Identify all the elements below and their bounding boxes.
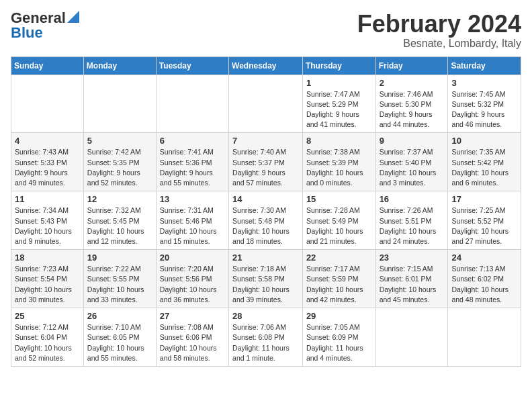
calendar-week-row: 4Sunrise: 7:43 AM Sunset: 5:33 PM Daylig…: [11, 133, 521, 191]
calendar-cell: 25Sunrise: 7:12 AM Sunset: 6:04 PM Dayli…: [11, 308, 84, 367]
calendar-table: SundayMondayTuesdayWednesdayThursdayFrid…: [11, 56, 521, 367]
day-header-thursday: Thursday: [302, 56, 375, 75]
day-info: Sunrise: 7:31 AM Sunset: 5:46 PM Dayligh…: [160, 205, 225, 246]
day-info: Sunrise: 7:43 AM Sunset: 5:33 PM Dayligh…: [15, 147, 80, 188]
day-info: Sunrise: 7:32 AM Sunset: 5:45 PM Dayligh…: [87, 205, 152, 246]
day-number: 27: [160, 311, 225, 321]
calendar-cell: [448, 308, 521, 367]
day-number: 17: [451, 194, 517, 204]
day-info: Sunrise: 7:10 AM Sunset: 6:05 PM Dayligh…: [87, 322, 152, 363]
calendar-cell: 17Sunrise: 7:25 AM Sunset: 5:52 PM Dayli…: [448, 191, 521, 250]
day-header-tuesday: Tuesday: [156, 56, 228, 75]
day-header-sunday: Sunday: [11, 56, 84, 75]
calendar-cell: 6Sunrise: 7:41 AM Sunset: 5:36 PM Daylig…: [156, 133, 228, 191]
title-section: February 2024 Besnate, Lombardy, Italy: [357, 11, 521, 50]
day-number: 5: [87, 136, 152, 146]
calendar-cell: [375, 308, 448, 367]
day-info: Sunrise: 7:12 AM Sunset: 6:04 PM Dayligh…: [15, 322, 80, 363]
day-number: 24: [451, 253, 517, 263]
day-info: Sunrise: 7:34 AM Sunset: 5:43 PM Dayligh…: [15, 205, 80, 246]
day-number: 1: [306, 78, 372, 88]
day-number: 8: [306, 136, 372, 146]
day-info: Sunrise: 7:18 AM Sunset: 5:58 PM Dayligh…: [232, 264, 299, 305]
day-number: 10: [451, 136, 517, 146]
day-info: Sunrise: 7:05 AM Sunset: 6:09 PM Dayligh…: [306, 322, 372, 363]
day-info: Sunrise: 7:13 AM Sunset: 6:02 PM Dayligh…: [451, 264, 517, 305]
day-info: Sunrise: 7:37 AM Sunset: 5:40 PM Dayligh…: [380, 147, 445, 188]
day-number: 14: [232, 194, 299, 204]
calendar-cell: 19Sunrise: 7:22 AM Sunset: 5:55 PM Dayli…: [83, 250, 156, 308]
day-number: 12: [87, 194, 152, 204]
calendar-week-row: 25Sunrise: 7:12 AM Sunset: 6:04 PM Dayli…: [11, 308, 521, 367]
day-number: 11: [15, 194, 80, 204]
calendar-cell: 4Sunrise: 7:43 AM Sunset: 5:33 PM Daylig…: [11, 133, 84, 191]
svg-marker-0: [67, 11, 79, 23]
day-number: 26: [87, 311, 152, 321]
day-info: Sunrise: 7:06 AM Sunset: 6:08 PM Dayligh…: [232, 322, 299, 363]
calendar-cell: 18Sunrise: 7:23 AM Sunset: 5:54 PM Dayli…: [11, 250, 84, 308]
calendar-cell: [229, 75, 303, 133]
day-info: Sunrise: 7:41 AM Sunset: 5:36 PM Dayligh…: [160, 147, 225, 188]
main-title: February 2024: [357, 11, 521, 38]
day-number: 19: [87, 253, 152, 263]
day-number: 23: [380, 253, 445, 263]
page-header: General Blue February 2024 Besnate, Lomb…: [11, 11, 521, 50]
calendar-cell: 24Sunrise: 7:13 AM Sunset: 6:02 PM Dayli…: [448, 250, 521, 308]
day-number: 25: [15, 311, 80, 321]
logo-triangle-icon: [67, 11, 79, 23]
calendar-cell: 27Sunrise: 7:08 AM Sunset: 6:06 PM Dayli…: [156, 308, 228, 367]
day-number: 15: [306, 194, 372, 204]
day-info: Sunrise: 7:45 AM Sunset: 5:32 PM Dayligh…: [451, 89, 517, 130]
day-header-monday: Monday: [83, 56, 156, 75]
calendar-cell: 1Sunrise: 7:47 AM Sunset: 5:29 PM Daylig…: [302, 75, 375, 133]
logo: General Blue: [11, 11, 79, 40]
calendar-body: 1Sunrise: 7:47 AM Sunset: 5:29 PM Daylig…: [11, 75, 521, 366]
day-info: Sunrise: 7:42 AM Sunset: 5:35 PM Dayligh…: [87, 147, 152, 188]
calendar-cell: 8Sunrise: 7:38 AM Sunset: 5:39 PM Daylig…: [302, 133, 375, 191]
calendar-cell: 21Sunrise: 7:18 AM Sunset: 5:58 PM Dayli…: [229, 250, 303, 308]
calendar-cell: 2Sunrise: 7:46 AM Sunset: 5:30 PM Daylig…: [375, 75, 448, 133]
day-number: 9: [380, 136, 445, 146]
day-info: Sunrise: 7:38 AM Sunset: 5:39 PM Dayligh…: [306, 147, 372, 188]
day-number: 18: [15, 253, 80, 263]
day-number: 7: [232, 136, 299, 146]
day-header-wednesday: Wednesday: [229, 56, 303, 75]
calendar-week-row: 18Sunrise: 7:23 AM Sunset: 5:54 PM Dayli…: [11, 250, 521, 308]
logo-general: General: [11, 11, 66, 26]
day-number: 4: [15, 136, 80, 146]
calendar-week-row: 11Sunrise: 7:34 AM Sunset: 5:43 PM Dayli…: [11, 191, 521, 250]
day-info: Sunrise: 7:15 AM Sunset: 6:01 PM Dayligh…: [380, 264, 445, 305]
calendar-cell: 28Sunrise: 7:06 AM Sunset: 6:08 PM Dayli…: [229, 308, 303, 367]
calendar-cell: 13Sunrise: 7:31 AM Sunset: 5:46 PM Dayli…: [156, 191, 228, 250]
day-info: Sunrise: 7:08 AM Sunset: 6:06 PM Dayligh…: [160, 322, 225, 363]
day-info: Sunrise: 7:20 AM Sunset: 5:56 PM Dayligh…: [160, 264, 225, 305]
day-number: 21: [232, 253, 299, 263]
logo-blue: Blue: [11, 26, 43, 40]
day-info: Sunrise: 7:25 AM Sunset: 5:52 PM Dayligh…: [451, 205, 517, 246]
calendar-cell: 20Sunrise: 7:20 AM Sunset: 5:56 PM Dayli…: [156, 250, 228, 308]
day-info: Sunrise: 7:35 AM Sunset: 5:42 PM Dayligh…: [451, 147, 517, 188]
day-number: 16: [380, 194, 445, 204]
day-info: Sunrise: 7:26 AM Sunset: 5:51 PM Dayligh…: [380, 205, 445, 246]
day-number: 2: [380, 78, 445, 88]
calendar-cell: 23Sunrise: 7:15 AM Sunset: 6:01 PM Dayli…: [375, 250, 448, 308]
calendar-cell: 26Sunrise: 7:10 AM Sunset: 6:05 PM Dayli…: [83, 308, 156, 367]
day-info: Sunrise: 7:22 AM Sunset: 5:55 PM Dayligh…: [87, 264, 152, 305]
day-info: Sunrise: 7:23 AM Sunset: 5:54 PM Dayligh…: [15, 264, 80, 305]
calendar-cell: 14Sunrise: 7:30 AM Sunset: 5:48 PM Dayli…: [229, 191, 303, 250]
day-info: Sunrise: 7:30 AM Sunset: 5:48 PM Dayligh…: [232, 205, 299, 246]
calendar-header-row: SundayMondayTuesdayWednesdayThursdayFrid…: [11, 56, 521, 75]
calendar-cell: [11, 75, 84, 133]
calendar-cell: 9Sunrise: 7:37 AM Sunset: 5:40 PM Daylig…: [375, 133, 448, 191]
day-number: 22: [306, 253, 372, 263]
day-header-friday: Friday: [375, 56, 448, 75]
calendar-cell: 16Sunrise: 7:26 AM Sunset: 5:51 PM Dayli…: [375, 191, 448, 250]
calendar-cell: 7Sunrise: 7:40 AM Sunset: 5:37 PM Daylig…: [229, 133, 303, 191]
day-number: 3: [451, 78, 517, 88]
day-number: 29: [306, 311, 372, 321]
calendar-cell: 10Sunrise: 7:35 AM Sunset: 5:42 PM Dayli…: [448, 133, 521, 191]
day-number: 20: [160, 253, 225, 263]
calendar-cell: 5Sunrise: 7:42 AM Sunset: 5:35 PM Daylig…: [83, 133, 156, 191]
calendar-cell: 22Sunrise: 7:17 AM Sunset: 5:59 PM Dayli…: [302, 250, 375, 308]
calendar-cell: 12Sunrise: 7:32 AM Sunset: 5:45 PM Dayli…: [83, 191, 156, 250]
